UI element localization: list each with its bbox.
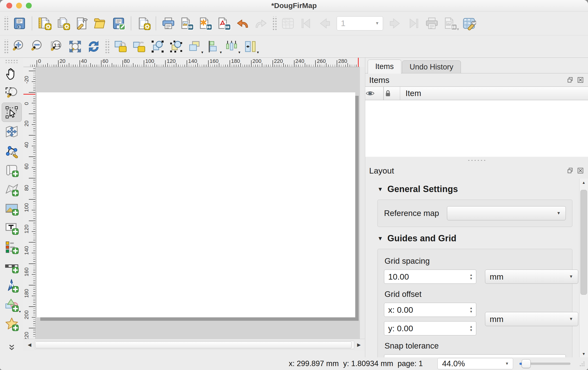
add-marker-button[interactable] bbox=[2, 314, 22, 334]
tab-undo-history[interactable]: Undo History bbox=[402, 60, 461, 73]
spinbox-arrows-icon[interactable]: ▲▼ bbox=[466, 325, 476, 332]
unlock-all-button[interactable] bbox=[130, 37, 148, 57]
zoom-slider-handle[interactable] bbox=[522, 359, 531, 368]
zoom-actual-size-button[interactable]: 1:1 bbox=[47, 37, 66, 57]
export-as-image-button[interactable] bbox=[178, 13, 196, 33]
scroll-left-icon[interactable]: ◀ bbox=[25, 342, 34, 348]
layout-manager-button[interactable] bbox=[72, 13, 91, 33]
print-layout-icon bbox=[161, 16, 175, 30]
snap-tolerance-spinbox[interactable]: 5 px ▲▼ bbox=[384, 354, 566, 357]
print-atlas-button[interactable] bbox=[423, 13, 441, 33]
scroll-right-icon[interactable]: ▶ bbox=[354, 342, 364, 348]
spinbox-arrows-icon[interactable]: ▲▼ bbox=[466, 273, 476, 280]
add-scale-bar-button[interactable] bbox=[2, 257, 22, 276]
group-items-button[interactable] bbox=[148, 37, 167, 57]
add-3d-map-button[interactable] bbox=[2, 180, 22, 199]
vertical-ruler[interactable]: -20020406080100120140160180200220 bbox=[23, 67, 36, 339]
items-table-header: Item bbox=[365, 87, 588, 100]
zoom-in-button[interactable] bbox=[10, 37, 29, 57]
add-label-button[interactable] bbox=[2, 218, 22, 237]
first-feature-button[interactable] bbox=[297, 13, 316, 33]
horizontal-scrollbar-thumb[interactable] bbox=[35, 341, 352, 348]
chevron-more-button[interactable] bbox=[2, 341, 22, 354]
ruler-label: 80 bbox=[124, 58, 130, 64]
add-items-from-template-button[interactable] bbox=[91, 13, 109, 33]
layout-page[interactable] bbox=[37, 92, 355, 317]
scroll-up-icon[interactable]: ▲ bbox=[579, 179, 588, 186]
pan-layout-button[interactable] bbox=[2, 64, 22, 83]
float-panel-icon[interactable] bbox=[567, 167, 574, 174]
add-pages-button[interactable] bbox=[134, 13, 153, 33]
align-items-button[interactable]: ▾ bbox=[204, 37, 222, 57]
close-panel-icon[interactable] bbox=[577, 76, 584, 84]
add-picture-button[interactable] bbox=[2, 199, 22, 218]
zoom-window-icon[interactable] bbox=[26, 3, 32, 9]
new-layout-button[interactable] bbox=[35, 13, 54, 33]
zoom-level-combobox[interactable]: 44.0% ▼ bbox=[438, 358, 513, 369]
dropdown-caret-icon[interactable]: ▾ bbox=[19, 310, 21, 313]
dropdown-caret-icon[interactable]: ▾ bbox=[457, 27, 459, 31]
resize-items-button[interactable]: ▾ bbox=[241, 37, 260, 57]
preview-atlas-button[interactable] bbox=[279, 13, 297, 33]
zoom-full-button[interactable] bbox=[66, 37, 84, 57]
edit-nodes-item-button[interactable] bbox=[2, 141, 22, 160]
items-list[interactable] bbox=[365, 100, 588, 157]
last-feature-button[interactable] bbox=[404, 13, 423, 33]
undo-button[interactable] bbox=[233, 13, 252, 33]
distribute-items-button[interactable]: ▾ bbox=[222, 37, 241, 57]
select-move-item-button[interactable] bbox=[2, 103, 22, 122]
save-project-button[interactable] bbox=[10, 13, 29, 33]
layout-panel-scrollbar-thumb[interactable] bbox=[580, 190, 587, 295]
general-settings-section-header[interactable]: ▼ General Settings bbox=[378, 184, 572, 194]
horizontal-scrollbar-track[interactable] bbox=[34, 341, 354, 349]
grid-spacing-unit-combobox[interactable]: mm ▼ bbox=[485, 270, 578, 284]
raise-items-button[interactable]: ▾ bbox=[185, 37, 204, 57]
minimize-window-icon[interactable] bbox=[16, 3, 22, 9]
dropdown-caret-icon[interactable]: ▾ bbox=[238, 50, 240, 55]
grid-spacing-spinbox[interactable]: 10.00 ▲▼ bbox=[384, 270, 476, 284]
ruler-tick bbox=[32, 231, 35, 232]
lock-selected-items-button[interactable] bbox=[111, 37, 130, 57]
redo-button[interactable] bbox=[252, 13, 270, 33]
close-window-icon[interactable] bbox=[6, 3, 12, 9]
tab-items[interactable]: Items bbox=[368, 60, 401, 74]
zoom-out-button[interactable] bbox=[29, 37, 47, 57]
add-shape-button[interactable]: ▾ bbox=[2, 295, 22, 314]
add-north-arrow-button[interactable] bbox=[2, 276, 22, 295]
refresh-view-button[interactable] bbox=[84, 37, 103, 57]
add-legend-button[interactable] bbox=[2, 237, 22, 257]
panel-splitter[interactable] bbox=[365, 157, 588, 164]
guides-grid-section-header[interactable]: ▼ Guides and Grid bbox=[378, 233, 572, 243]
dropdown-caret-icon[interactable]: ▾ bbox=[201, 50, 203, 55]
next-feature-button[interactable] bbox=[386, 13, 404, 33]
layout-viewport[interactable] bbox=[36, 67, 360, 339]
atlas-feature-combobox[interactable]: 1▼ bbox=[337, 16, 383, 30]
save-as-template-button[interactable] bbox=[109, 13, 128, 33]
previous-feature-button[interactable] bbox=[316, 13, 334, 33]
reference-map-combobox[interactable]: ▼ bbox=[447, 206, 566, 220]
add-map-button[interactable] bbox=[2, 160, 22, 180]
zoom-tool-button[interactable] bbox=[2, 83, 22, 103]
float-panel-icon[interactable] bbox=[567, 76, 574, 84]
duplicate-layout-button[interactable] bbox=[54, 13, 72, 33]
resize-grip-icon[interactable] bbox=[578, 360, 586, 367]
print-layout-button[interactable] bbox=[159, 13, 178, 33]
export-as-svg-button[interactable] bbox=[196, 13, 215, 33]
ruler-tick bbox=[257, 65, 258, 67]
close-panel-icon[interactable] bbox=[577, 167, 584, 174]
dropdown-caret-icon[interactable]: ▾ bbox=[220, 50, 222, 55]
export-atlas-button[interactable]: ▾ bbox=[441, 13, 460, 33]
scroll-down-icon[interactable]: ▼ bbox=[579, 350, 588, 357]
vertical-scrollbar-track[interactable] bbox=[360, 67, 365, 339]
move-item-content-button[interactable] bbox=[2, 122, 22, 141]
atlas-settings-button[interactable] bbox=[460, 13, 478, 33]
ungroup-items-button[interactable] bbox=[167, 37, 185, 57]
grid-offset-unit-combobox[interactable]: mm ▼ bbox=[485, 312, 578, 326]
horizontal-ruler[interactable]: 0204060801001201401601802002202402602803… bbox=[23, 58, 360, 67]
spinbox-arrows-icon[interactable]: ▲▼ bbox=[466, 306, 476, 313]
zoom-slider[interactable] bbox=[519, 359, 572, 369]
grid-offset-x-spinbox[interactable]: x: 0.00 ▲▼ bbox=[384, 303, 476, 317]
dropdown-caret-icon[interactable]: ▾ bbox=[257, 50, 259, 55]
export-as-pdf-button[interactable] bbox=[215, 13, 233, 33]
grid-offset-y-spinbox[interactable]: y: 0.00 ▲▼ bbox=[384, 321, 476, 335]
